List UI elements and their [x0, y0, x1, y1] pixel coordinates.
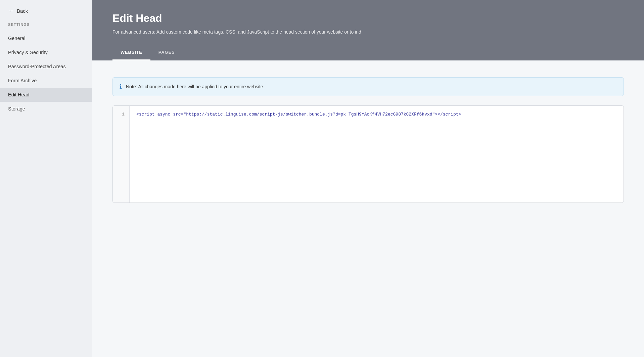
settings-section-label: SETTINGS [0, 20, 92, 31]
back-arrow-icon: ← [8, 7, 14, 14]
sidebar-item-privacy-security[interactable]: Privacy & Security [0, 45, 92, 59]
page-title: Edit Head [112, 12, 624, 25]
info-banner-text: Note: All changes made here will be appl… [126, 84, 264, 89]
sidebar-item-edit-head[interactable]: Edit Head [0, 88, 92, 102]
main-content: Edit Head For advanced users: Add custom… [92, 0, 644, 357]
code-editor[interactable]: 1 <script async src="https://static.ling… [112, 105, 624, 203]
back-button[interactable]: ← Back [0, 0, 92, 20]
info-icon: ℹ [120, 83, 122, 90]
header-area: Edit Head For advanced users: Add custom… [92, 0, 644, 60]
sidebar-item-general[interactable]: General [0, 31, 92, 45]
sidebar-item-storage[interactable]: Storage [0, 102, 92, 116]
line-number-1: 1 [122, 111, 125, 118]
tab-pages[interactable]: PAGES [150, 46, 183, 60]
tabs-container: WEBSITE PAGES [112, 46, 624, 60]
sidebar-item-password-protected[interactable]: Password-Protected Areas [0, 59, 92, 74]
line-numbers: 1 [113, 106, 130, 203]
back-label: Back [17, 8, 28, 14]
sidebar: ← Back SETTINGS General Privacy & Securi… [0, 0, 92, 357]
content-area: ℹ Note: All changes made here will be ap… [92, 60, 644, 357]
page-subtitle: For advanced users: Add custom code like… [112, 29, 624, 36]
code-content[interactable]: <script async src="https://static.lingui… [130, 106, 624, 203]
sidebar-item-form-archive[interactable]: Form Archive [0, 74, 92, 88]
tab-website[interactable]: WEBSITE [112, 46, 150, 60]
info-banner: ℹ Note: All changes made here will be ap… [112, 77, 624, 96]
